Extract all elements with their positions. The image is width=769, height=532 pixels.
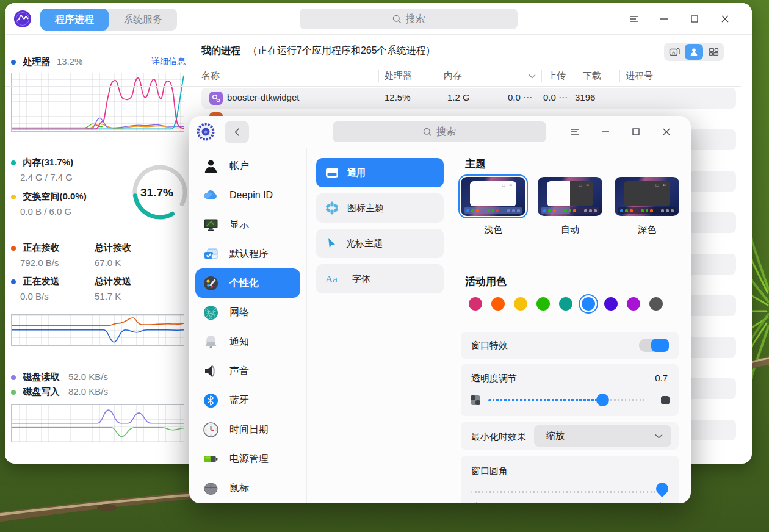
col-down[interactable]: 下载	[583, 70, 601, 82]
sidebar-item-mouse[interactable]: 鼠标	[195, 473, 300, 503]
section-icon-theme[interactable]: 图标主题	[316, 193, 444, 223]
close-icon: ×	[663, 183, 666, 188]
window-effects-card: 窗口特效	[461, 332, 679, 359]
chevron-down-icon[interactable]	[529, 74, 536, 79]
chevron-down-icon	[655, 434, 663, 439]
col-cpu[interactable]: 处理器	[385, 70, 412, 82]
theme-option-light[interactable]: −□× 浅色	[459, 177, 527, 235]
display-icon	[203, 217, 219, 233]
sidebar-item-bluetooth[interactable]: 蓝牙	[195, 386, 300, 415]
accounts-icon	[203, 158, 219, 174]
corner-slider-track[interactable]	[471, 491, 668, 493]
accent-swatch-rose[interactable]	[469, 297, 482, 311]
settings-search-placeholder: 搜索	[436, 126, 456, 138]
user-process-view-button[interactable]	[685, 44, 703, 60]
maximize-icon[interactable]	[630, 126, 642, 138]
tab-app-processes[interactable]: 程序进程	[40, 9, 109, 31]
sidebar-item-datetime[interactable]: 时间日期	[195, 415, 300, 444]
tab-system-services[interactable]: 系统服务	[109, 9, 177, 31]
control-center-window: 搜索 帐户 Deepin ID 显示 默认程序 个性化	[189, 116, 691, 503]
swap-detail: 0.0 B / 6.0 G	[20, 206, 87, 217]
transparency-slider-track-rest[interactable]	[603, 399, 647, 401]
process-view-toggle: A	[664, 43, 724, 61]
swap-dot	[11, 195, 16, 200]
theme-label: 深色	[613, 224, 681, 235]
transparency-slider-track[interactable]	[488, 399, 603, 401]
accent-swatch-indigo[interactable]	[604, 297, 618, 311]
dock-preview	[464, 207, 522, 214]
accent-swatch-gray[interactable]	[649, 297, 663, 311]
theme-option-auto[interactable]: −□× 自动	[536, 177, 604, 235]
transparency-max-icon	[661, 396, 670, 404]
close-icon: ×	[586, 183, 589, 188]
sidebar-item-display[interactable]: 显示	[195, 210, 300, 239]
minimize-effect-label: 最小化时效果	[471, 431, 526, 443]
sidebar-item-network[interactable]: 网络	[195, 298, 300, 327]
sidebar-item-default-apps[interactable]: 默认程序	[195, 239, 300, 268]
window-effects-toggle[interactable]	[639, 339, 669, 352]
col-pid[interactable]: 进程号	[626, 70, 653, 82]
process-subtitle-text: （正在运行7个应用程序和265个系统进程）	[248, 45, 436, 56]
accent-swatch-yellow[interactable]	[514, 297, 527, 311]
dock-preview	[618, 207, 676, 214]
net-send-dot	[11, 279, 16, 284]
window-effects-label: 窗口特效	[471, 340, 508, 351]
col-up[interactable]: 上传	[547, 70, 566, 82]
settings-titlebar[interactable]: 搜索	[189, 116, 691, 148]
table-row[interactable]: booster-dtkwidget 12.5% 1.2 G 0.0 ⋯ 0.0 …	[201, 88, 736, 109]
network-summary: 正在接收 792.0 B/s 总计接收 67.0 K 正在发送 0.0 B/s …	[11, 242, 184, 301]
transparency-slider-thumb[interactable]	[596, 394, 609, 406]
sidebar-item-sound[interactable]: 声音	[195, 356, 300, 386]
section-general[interactable]: 通用	[316, 158, 444, 187]
cpu-value: 13.2%	[57, 56, 83, 66]
app-view-button[interactable]: A	[665, 44, 684, 60]
back-button[interactable]	[225, 121, 249, 143]
corner-slider-thumb[interactable]	[654, 480, 671, 497]
sidebar-item-notifications[interactable]: 通知	[195, 327, 300, 356]
mouse-icon	[203, 480, 219, 497]
accent-swatch-green[interactable]	[536, 297, 550, 311]
disk-chart	[11, 404, 184, 442]
accent-swatch-purple[interactable]	[627, 297, 640, 311]
cell-cpu: 12.5%	[385, 92, 411, 102]
monitor-search-input[interactable]: 搜索	[300, 9, 518, 29]
minimize-icon: −	[649, 183, 652, 188]
section-fonts[interactable]: Aa 字体	[316, 264, 444, 293]
sidebar-item-label: 声音	[229, 365, 249, 378]
maximize-icon[interactable]	[688, 13, 701, 25]
minimize-icon[interactable]	[599, 126, 612, 138]
sidebar-item-deepin-id[interactable]: Deepin ID	[195, 181, 300, 210]
minimize-icon[interactable]	[658, 13, 670, 25]
settings-search-input[interactable]: 搜索	[333, 121, 546, 142]
menu-icon[interactable]	[627, 13, 640, 25]
accent-swatch-orange[interactable]	[491, 297, 505, 311]
cursor-icon	[325, 237, 338, 250]
col-name[interactable]: 名称	[201, 70, 220, 82]
disk-write-dot	[11, 390, 16, 395]
sidebar-item-power[interactable]: 电源管理	[195, 444, 300, 473]
col-mem[interactable]: 内存	[444, 70, 462, 82]
menu-icon[interactable]	[569, 126, 581, 138]
accent-swatch-teal[interactable]	[559, 297, 572, 311]
swap-summary: 交换空间(0.0%) 0.0 B / 6.0 G	[11, 191, 87, 217]
search-icon	[392, 15, 402, 24]
flower-icon	[325, 201, 339, 215]
compact-view-button[interactable]	[704, 44, 723, 60]
personalization-sections: 通用 图标主题 光标主题 Aa 字体	[306, 148, 459, 503]
sidebar-item-accounts[interactable]: 帐户	[195, 151, 300, 181]
minimize-effect-dropdown[interactable]: 缩放	[534, 425, 671, 447]
accent-swatch-blue[interactable]	[582, 297, 595, 311]
minimize-icon: −	[572, 183, 575, 188]
cell-name: booster-dtkwidget	[227, 92, 299, 102]
monitor-titlebar[interactable]: 程序进程 系统服务 搜索	[5, 3, 752, 35]
cpu-label: 处理器	[23, 56, 50, 66]
monitor-search-placeholder: 搜索	[406, 13, 425, 26]
section-label: 通用	[347, 167, 366, 179]
chevron-left-icon	[234, 128, 240, 137]
section-cursor-theme[interactable]: 光标主题	[316, 229, 444, 258]
theme-option-dark[interactable]: −□× 深色	[613, 177, 681, 235]
close-icon[interactable]	[719, 13, 731, 25]
sidebar-item-personalization[interactable]: 个性化	[195, 268, 300, 298]
monitor-tab-switcher: 程序进程 系统服务	[40, 9, 177, 31]
close-icon[interactable]	[660, 126, 673, 138]
